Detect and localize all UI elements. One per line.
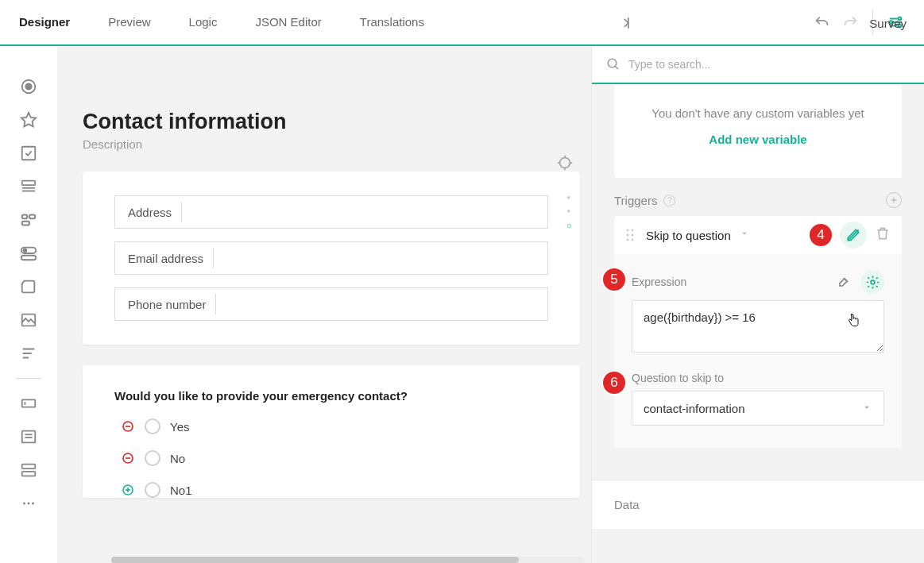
tool-radio-icon[interactable]	[12, 70, 45, 103]
remove-icon[interactable]	[121, 451, 135, 465]
tool-boolean-icon[interactable]	[12, 237, 45, 270]
search-input[interactable]	[628, 58, 910, 71]
radio-icon[interactable]	[145, 482, 160, 498]
gps-icon	[556, 154, 574, 176]
svg-point-47	[627, 229, 629, 232]
properties-panel: Survey You don't have any custom variabl…	[592, 46, 924, 563]
tool-text-icon[interactable]	[12, 387, 45, 420]
tool-multitext-icon[interactable]	[12, 453, 45, 487]
tool-comment-icon[interactable]	[12, 420, 45, 453]
tab-json-editor[interactable]: JSON Editor	[236, 0, 340, 45]
toolbox	[0, 46, 57, 563]
svg-point-30	[560, 158, 570, 168]
svg-point-27	[23, 503, 25, 505]
svg-rect-26	[22, 472, 36, 476]
trigger-row: Skip to question 4	[614, 216, 902, 254]
tool-rating-icon[interactable]	[12, 103, 45, 137]
option-label[interactable]: No1	[170, 484, 192, 497]
question-panel[interactable]: Would you like to provide your emergency…	[83, 365, 580, 498]
field-address[interactable]: Address	[114, 195, 548, 229]
trigger-type-select[interactable]: Skip to question	[646, 229, 731, 242]
svg-point-48	[632, 229, 634, 232]
tool-ranking-icon[interactable]	[12, 337, 45, 370]
tab-designer[interactable]: Designer	[0, 0, 89, 45]
property-search-row	[592, 46, 924, 84]
delete-trigger-icon[interactable]	[875, 226, 891, 245]
data-section-header[interactable]: Data	[592, 480, 924, 529]
svg-point-29	[32, 503, 34, 505]
option-label[interactable]: No	[170, 452, 185, 465]
svg-rect-25	[22, 465, 36, 469]
tab-preview[interactable]: Preview	[89, 0, 169, 45]
svg-rect-10	[22, 215, 27, 219]
chevron-down-icon[interactable]	[739, 228, 750, 242]
variables-empty-text: You don't have any custom variables yet	[630, 106, 886, 120]
chevron-down-icon	[861, 402, 872, 415]
svg-rect-11	[29, 215, 35, 219]
svg-rect-7	[22, 181, 36, 186]
callout-4: 4	[808, 222, 833, 248]
trigger-card: Skip to question 4 5	[614, 216, 902, 448]
panel-title[interactable]: Contact information	[83, 110, 580, 134]
expression-label: Expression	[632, 276, 686, 288]
skip-to-select[interactable]: contact-information	[632, 391, 884, 426]
svg-point-54	[871, 280, 875, 284]
field-email[interactable]: Email address	[114, 241, 548, 275]
svg-line-44	[615, 66, 618, 69]
edit-trigger-icon[interactable]	[840, 222, 867, 249]
svg-marker-5	[21, 113, 36, 126]
tool-checkbox-icon[interactable]	[12, 137, 45, 170]
expression-textarea[interactable]	[632, 300, 884, 353]
option-row-no[interactable]: No	[114, 450, 548, 466]
svg-point-4	[25, 83, 31, 89]
tool-dropdown-icon[interactable]	[12, 170, 45, 203]
collapse-panel-icon[interactable]	[609, 9, 638, 37]
radio-icon[interactable]	[145, 450, 160, 466]
variables-box: You don't have any custom variables yet …	[614, 84, 902, 178]
add-icon[interactable]	[121, 483, 135, 497]
question-title[interactable]: Would you like to provide your emergency…	[114, 389, 548, 403]
clear-expression-icon[interactable]	[832, 270, 856, 294]
search-icon	[606, 57, 621, 71]
callout-6: 6	[601, 370, 627, 395]
svg-point-49	[627, 234, 629, 237]
svg-rect-15	[21, 256, 36, 260]
tool-file-icon[interactable]	[12, 270, 45, 303]
svg-rect-20	[22, 399, 36, 407]
triggers-label: Triggers	[614, 194, 657, 207]
tool-tagbox-icon[interactable]	[12, 203, 45, 237]
radio-icon[interactable]	[145, 418, 160, 434]
svg-point-28	[28, 503, 30, 505]
tab-logic[interactable]: Logic	[170, 0, 237, 45]
tab-translations[interactable]: Translations	[341, 0, 443, 45]
svg-point-14	[24, 249, 27, 253]
add-variable-link[interactable]: Add new variable	[630, 133, 886, 146]
panel-description[interactable]: Description	[83, 137, 580, 151]
design-workspace: Contact information Description ●●○ Addr…	[57, 46, 591, 563]
multitext-panel[interactable]: ●●○ Address Email address Phone number	[83, 172, 580, 345]
drag-handle-icon[interactable]	[625, 228, 635, 242]
panel-context-label[interactable]: Survey	[869, 17, 907, 30]
expression-builder-icon[interactable]	[860, 270, 884, 294]
svg-line-53	[848, 229, 858, 240]
option-row-no1[interactable]: No1	[114, 482, 548, 498]
field-phone[interactable]: Phone number	[114, 287, 548, 321]
svg-point-51	[627, 239, 629, 241]
option-label[interactable]: Yes	[170, 420, 189, 434]
skip-to-label: Question to skip to	[632, 372, 724, 384]
workspace-scrollbar[interactable]	[111, 557, 585, 563]
add-trigger-button[interactable]	[886, 192, 902, 208]
triggers-header: Triggers ?	[592, 178, 924, 216]
trigger-detail: 5 Expression	[614, 254, 902, 448]
svg-point-43	[608, 59, 617, 67]
remove-icon[interactable]	[121, 419, 135, 434]
svg-point-50	[632, 234, 634, 237]
svg-rect-6	[22, 147, 36, 160]
help-icon[interactable]: ?	[663, 195, 675, 206]
side-dots: ●●○	[566, 194, 572, 230]
option-row-yes[interactable]: Yes	[114, 418, 548, 434]
callout-5: 5	[601, 267, 627, 292]
tool-more-icon[interactable]	[12, 487, 45, 520]
tool-image-icon[interactable]	[12, 303, 45, 337]
svg-point-52	[632, 239, 634, 241]
